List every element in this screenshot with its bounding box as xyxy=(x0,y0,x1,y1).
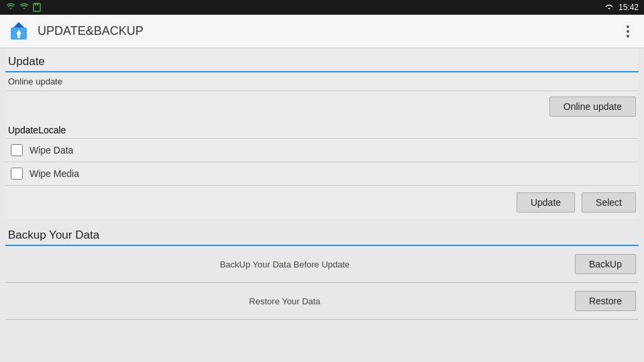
update-button[interactable]: Update xyxy=(517,192,575,213)
restore-button[interactable]: Restore xyxy=(575,291,636,311)
update-section: Update Online update Online update Updat… xyxy=(5,48,639,219)
backup-label: BackUp Your Data Before Update xyxy=(8,259,561,269)
svg-rect-4 xyxy=(37,3,38,5)
svg-marker-1 xyxy=(23,8,25,9)
wipe-media-label: Wipe Media xyxy=(30,168,79,179)
svg-marker-7 xyxy=(13,22,24,27)
overflow-dot-2 xyxy=(627,30,629,33)
wipe-data-row: Wipe Data xyxy=(5,139,639,162)
status-icons-left xyxy=(5,3,42,12)
sd-icon xyxy=(32,3,42,12)
online-update-subsection-label: Online update xyxy=(5,72,639,91)
svg-marker-5 xyxy=(608,8,610,9)
svg-rect-3 xyxy=(35,3,36,5)
select-button[interactable]: Select xyxy=(582,192,636,213)
restore-row: Restore Your Data Restore xyxy=(5,283,639,320)
online-update-row: Online update xyxy=(5,91,639,122)
svg-rect-9 xyxy=(17,34,20,38)
wifi-icon-2 xyxy=(19,3,30,12)
update-locale-row: UpdateLocale xyxy=(5,122,639,139)
overflow-dot-1 xyxy=(627,25,629,28)
clock: 15:42 xyxy=(619,3,639,12)
wipe-media-row: Wipe Media xyxy=(5,162,639,186)
backup-section-title: Backup Your Data xyxy=(5,222,639,246)
wipe-data-label: Wipe Data xyxy=(30,145,73,156)
wipe-media-checkbox[interactable] xyxy=(11,168,23,180)
content: Update Online update Online update Updat… xyxy=(0,48,644,325)
restore-label: Restore Your Data xyxy=(8,296,561,306)
backup-section: Backup Your Data BackUp Your Data Before… xyxy=(5,222,639,320)
app-title: UPDATE&BACKUP xyxy=(38,24,620,38)
overflow-menu-button[interactable] xyxy=(620,23,636,40)
overflow-dot-3 xyxy=(627,35,629,38)
update-locale-label: UpdateLocale xyxy=(8,125,66,135)
app-logo-icon xyxy=(8,21,30,42)
svg-marker-0 xyxy=(9,8,12,9)
backup-row: BackUp Your Data Before Update BackUp xyxy=(5,246,639,283)
wipe-data-checkbox[interactable] xyxy=(11,144,23,156)
status-bar: 15:42 xyxy=(0,0,644,15)
online-update-button[interactable]: Online update xyxy=(549,97,636,117)
toolbar: UPDATE&BACKUP xyxy=(0,15,644,48)
wifi-icon-1 xyxy=(5,3,16,12)
status-right: 15:42 xyxy=(604,3,639,12)
wifi-signal-icon xyxy=(604,3,614,11)
update-actions-row: Update Select xyxy=(5,186,639,219)
backup-button[interactable]: BackUp xyxy=(575,254,636,274)
update-section-title: Update xyxy=(5,48,639,72)
